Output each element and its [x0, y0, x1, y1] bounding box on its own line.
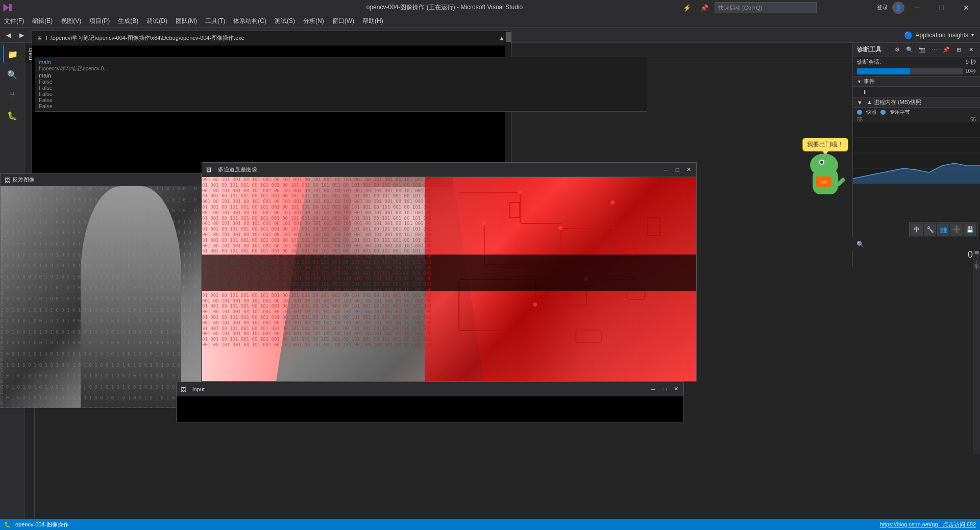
diag-session-value: 9 秒: [966, 58, 976, 66]
diag-close-btn[interactable]: ✕: [966, 45, 976, 55]
memory-label: ▲ 进程内存 (MB)快照: [867, 98, 921, 106]
mascot-btn-settings[interactable]: 🔧: [924, 223, 936, 236]
input-title: input: [192, 386, 646, 392]
menu-analyze[interactable]: 分析(N): [299, 15, 328, 28]
legend-snapshot: 快照: [866, 109, 876, 116]
diag-detach-btn[interactable]: ⊞: [953, 45, 964, 55]
mascot-head: [810, 154, 838, 176]
svg-point-22: [533, 302, 537, 307]
app-insights-toolbar: 🔵 Application Insights ▾: [904, 31, 978, 39]
input-minimize[interactable]: ─: [650, 386, 657, 393]
memory-labels-row: 55 55: [853, 117, 980, 122]
statusbar-right: https://blog.csdn.net/qq_ 点击访问 692: [880, 521, 976, 528]
memory-arrow: ▼: [857, 99, 863, 106]
code-value-false1: False: [39, 79, 643, 85]
menu-file[interactable]: 文件(F): [0, 15, 28, 28]
input-window: 🖼 input ─ □ ✕: [176, 382, 684, 422]
console-scrollbar-thumb[interactable]: [506, 32, 511, 42]
multichannel-icon: 🖼: [206, 167, 212, 173]
diag-session-label: 诊断会话:: [857, 58, 881, 66]
menu-test[interactable]: 测试(S): [271, 15, 299, 28]
menu-project[interactable]: 项目(P): [85, 15, 114, 28]
menu-tools[interactable]: 工具(T): [201, 15, 229, 28]
right-vtab-bar: 持续时... 线: [973, 250, 980, 454]
menu-team[interactable]: 团队(M): [172, 15, 201, 28]
diag-settings-btn[interactable]: ⚙: [892, 45, 902, 55]
svg-point-19: [558, 226, 562, 230]
svg-rect-1: [9, 4, 12, 11]
diag-search-btn[interactable]: 🔍: [904, 45, 915, 55]
topright-icon-2[interactable]: 📌: [697, 1, 712, 15]
mascot-btn-save[interactable]: 💾: [964, 223, 976, 236]
app-insights-label[interactable]: Application Insights: [916, 32, 968, 39]
svg-rect-28: [647, 218, 660, 236]
multichannel-minimize[interactable]: ─: [663, 166, 670, 173]
activity-git[interactable]: ⑂: [3, 86, 21, 104]
svg-rect-27: [509, 203, 520, 218]
diag-more-btn[interactable]: ⋯: [929, 45, 939, 55]
activity-debug[interactable]: 🐛: [3, 106, 21, 124]
multichannel-close[interactable]: ✕: [685, 166, 692, 173]
maximize-button[interactable]: □: [930, 0, 953, 15]
speech-text: 我要出门啦！: [807, 141, 844, 148]
activity-search[interactable]: 🔍: [3, 65, 21, 84]
svg-rect-12: [459, 330, 536, 331]
mascot-eye: [819, 160, 824, 165]
topright-icon-1[interactable]: ⚡: [680, 1, 694, 15]
app-insights-dropdown[interactable]: ▾: [971, 32, 974, 38]
vs-main-window: opencv-004-图像操作 (正在运行) - Microsoft Visua…: [0, 0, 980, 530]
menu-help[interactable]: 帮助(H): [358, 15, 387, 28]
diag-events-header[interactable]: ▼ 事件: [853, 76, 980, 87]
mascot-btn-zh[interactable]: 中: [911, 223, 923, 236]
multichannel-maximize[interactable]: □: [674, 166, 681, 173]
memory-chart-area: [853, 122, 980, 184]
diag-camera-btn[interactable]: 📷: [917, 45, 927, 55]
toolbar-forward[interactable]: ▶: [15, 29, 28, 41]
diag-search-icon: 🔍: [856, 241, 864, 248]
mascot-badge: QQ: [816, 176, 831, 187]
input-titlebar: 🖼 input ─ □ ✕: [177, 382, 683, 396]
menu-view[interactable]: 视图(V): [57, 15, 85, 28]
diag-memory-header[interactable]: ▼ ▲ 进程内存 (MB)快照: [853, 97, 980, 108]
quick-launch-input[interactable]: 快速启动 (Ctrl+Q): [715, 2, 817, 13]
menu-edit[interactable]: 编辑(E): [28, 15, 57, 28]
diag-progress-fill: [857, 68, 910, 74]
minimize-button[interactable]: ─: [905, 0, 929, 15]
menu-architecture[interactable]: 体系结构(C): [229, 15, 271, 28]
input-maximize[interactable]: □: [661, 386, 668, 393]
input-body: [177, 396, 683, 422]
code-path: f:\opencv\学习笔记\opencv-0...: [39, 65, 643, 72]
svg-marker-0: [4, 4, 9, 11]
vtab-sep: [976, 260, 977, 270]
mem-min-label: 55: [857, 117, 863, 122]
activity-explorer[interactable]: 📁: [3, 45, 21, 63]
diag-pause-btn[interactable]: ⏸: [861, 88, 869, 96]
login-label[interactable]: 登录: [874, 1, 891, 15]
menu-debug[interactable]: 调试(D): [142, 15, 172, 28]
diag-counter-zero: 0: [968, 249, 973, 260]
mascot-btn-users[interactable]: 👥: [937, 223, 949, 236]
statusbar-link[interactable]: https://blog.csdn.net/qq_ 点击访问 692: [880, 521, 976, 528]
diag-pin-btn[interactable]: 📌: [941, 45, 951, 55]
input-icon: 🖼: [181, 386, 186, 392]
mem-max-label: 55: [970, 117, 976, 122]
mascot-btn-add[interactable]: ➕: [950, 223, 963, 236]
svg-rect-26: [576, 330, 601, 343]
diag-titlebar: 诊断工具 ⚙ 🔍 📷 ⋯ 📌 ⊞ ✕: [853, 43, 980, 57]
fanchai-window: 🖼 反差图像 0 1 0 1 0 0 1 0 1 0 1 0 0 1 0 1 0…: [0, 173, 202, 408]
code-value-false5: False: [39, 103, 643, 109]
shadow-band: [202, 255, 696, 291]
user-avatar[interactable]: 👤: [892, 2, 904, 14]
input-close[interactable]: ✕: [672, 386, 679, 393]
close-button[interactable]: ✕: [954, 0, 978, 15]
multichannel-titlebar: 🖼 多通道反差图像 ─ □ ✕: [202, 163, 696, 177]
diag-events-row: ⏸: [853, 87, 980, 97]
svg-rect-4: [521, 223, 561, 224]
toolbar-back[interactable]: ◀: [2, 29, 14, 41]
quick-launch-placeholder: 快速启动 (Ctrl+Q): [718, 4, 762, 12]
menu-window[interactable]: 窗口(W): [328, 15, 358, 28]
multichannel-body: 001 00 101 001 00 101 001 00 101 001 00 …: [202, 177, 696, 381]
menu-build[interactable]: 生成(B): [114, 15, 142, 28]
vtab-persist[interactable]: 持续时...: [973, 254, 980, 258]
vs-search-area: ⚡ 📌 快速启动 (Ctrl+Q): [680, 1, 817, 14]
